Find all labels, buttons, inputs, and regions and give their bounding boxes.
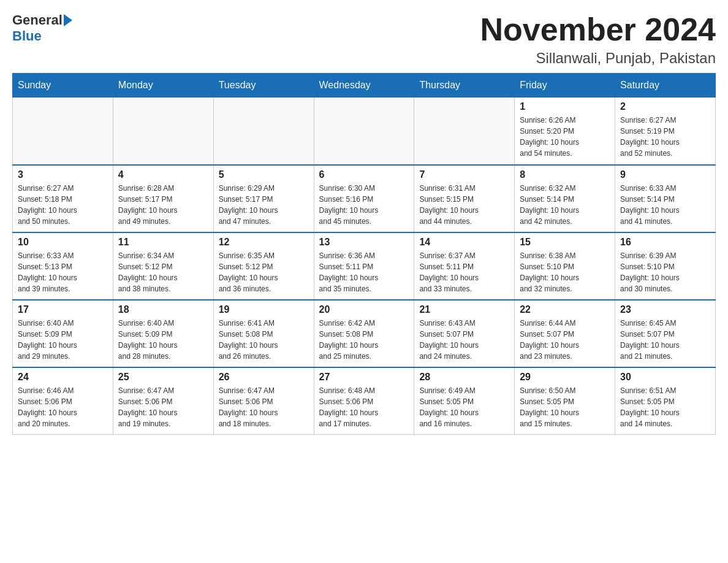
calendar-cell-2-5: 15Sunrise: 6:38 AM Sunset: 5:10 PM Dayli… [515,232,615,300]
calendar-cell-0-0 [13,98,113,165]
week-row-3: 10Sunrise: 6:33 AM Sunset: 5:13 PM Dayli… [13,232,716,300]
day-info: Sunrise: 6:27 AM Sunset: 5:18 PM Dayligh… [18,183,108,227]
day-number: 13 [319,237,409,248]
calendar-cell-3-1: 18Sunrise: 6:40 AM Sunset: 5:09 PM Dayli… [113,300,213,367]
day-info: Sunrise: 6:50 AM Sunset: 5:05 PM Dayligh… [520,385,610,429]
day-info: Sunrise: 6:38 AM Sunset: 5:10 PM Dayligh… [520,250,610,294]
calendar-cell-1-3: 6Sunrise: 6:30 AM Sunset: 5:16 PM Daylig… [314,165,414,232]
day-number: 23 [620,304,710,315]
week-row-1: 1Sunrise: 6:26 AM Sunset: 5:20 PM Daylig… [13,98,716,165]
calendar-cell-3-3: 20Sunrise: 6:42 AM Sunset: 5:08 PM Dayli… [314,300,414,367]
calendar-cell-4-6: 30Sunrise: 6:51 AM Sunset: 5:05 PM Dayli… [615,367,716,435]
day-number: 4 [118,169,208,180]
header-saturday: Saturday [615,74,716,98]
day-number: 30 [620,372,710,383]
calendar-table: SundayMondayTuesdayWednesdayThursdayFrid… [12,73,716,435]
day-number: 10 [18,237,108,248]
calendar-cell-1-1: 4Sunrise: 6:28 AM Sunset: 5:17 PM Daylig… [113,165,213,232]
day-info: Sunrise: 6:51 AM Sunset: 5:05 PM Dayligh… [620,385,710,429]
calendar-cell-2-6: 16Sunrise: 6:39 AM Sunset: 5:10 PM Dayli… [615,232,716,300]
logo-blue-text: Blue [12,28,42,44]
day-number: 18 [118,304,208,315]
day-number: 2 [620,101,710,112]
calendar-cell-2-2: 12Sunrise: 6:35 AM Sunset: 5:12 PM Dayli… [213,232,314,300]
calendar-cell-4-0: 24Sunrise: 6:46 AM Sunset: 5:06 PM Dayli… [13,367,113,435]
day-number: 14 [419,237,509,248]
day-info: Sunrise: 6:40 AM Sunset: 5:09 PM Dayligh… [18,318,108,362]
day-number: 9 [620,169,710,180]
day-info: Sunrise: 6:44 AM Sunset: 5:07 PM Dayligh… [520,318,610,362]
day-info: Sunrise: 6:27 AM Sunset: 5:19 PM Dayligh… [620,115,710,159]
calendar-cell-0-4 [414,98,515,165]
subtitle: Sillanwali, Punjab, Pakistan [480,50,716,67]
header-monday: Monday [113,74,213,98]
calendar-cell-0-1 [113,98,213,165]
day-info: Sunrise: 6:47 AM Sunset: 5:06 PM Dayligh… [118,385,208,429]
calendar-cell-0-6: 2Sunrise: 6:27 AM Sunset: 5:19 PM Daylig… [615,98,716,165]
day-number: 28 [419,372,509,383]
day-info: Sunrise: 6:28 AM Sunset: 5:17 PM Dayligh… [118,183,208,227]
day-number: 25 [118,372,208,383]
day-info: Sunrise: 6:34 AM Sunset: 5:12 PM Dayligh… [118,250,208,294]
day-info: Sunrise: 6:48 AM Sunset: 5:06 PM Dayligh… [319,385,409,429]
day-info: Sunrise: 6:33 AM Sunset: 5:14 PM Dayligh… [620,183,710,227]
day-info: Sunrise: 6:40 AM Sunset: 5:09 PM Dayligh… [118,318,208,362]
day-info: Sunrise: 6:31 AM Sunset: 5:15 PM Dayligh… [419,183,509,227]
day-info: Sunrise: 6:26 AM Sunset: 5:20 PM Dayligh… [520,115,610,159]
day-info: Sunrise: 6:32 AM Sunset: 5:14 PM Dayligh… [520,183,610,227]
title-section: November 2024 Sillanwali, Punjab, Pakist… [480,12,716,67]
day-number: 21 [419,304,509,315]
header-wednesday: Wednesday [314,74,414,98]
calendar-cell-1-5: 8Sunrise: 6:32 AM Sunset: 5:14 PM Daylig… [515,165,615,232]
day-info: Sunrise: 6:39 AM Sunset: 5:10 PM Dayligh… [620,250,710,294]
calendar-cell-2-1: 11Sunrise: 6:34 AM Sunset: 5:12 PM Dayli… [113,232,213,300]
calendar-cell-4-5: 29Sunrise: 6:50 AM Sunset: 5:05 PM Dayli… [515,367,615,435]
day-info: Sunrise: 6:41 AM Sunset: 5:08 PM Dayligh… [219,318,309,362]
calendar-cell-1-4: 7Sunrise: 6:31 AM Sunset: 5:15 PM Daylig… [414,165,515,232]
day-number: 3 [18,169,108,180]
day-number: 16 [620,237,710,248]
header-thursday: Thursday [414,74,515,98]
calendar-cell-4-3: 27Sunrise: 6:48 AM Sunset: 5:06 PM Dayli… [314,367,414,435]
day-number: 19 [219,304,309,315]
calendar-cell-0-2 [213,98,314,165]
day-number: 5 [219,169,309,180]
day-info: Sunrise: 6:35 AM Sunset: 5:12 PM Dayligh… [219,250,309,294]
main-title: November 2024 [480,12,716,47]
logo: General Blue [12,12,74,44]
day-info: Sunrise: 6:37 AM Sunset: 5:11 PM Dayligh… [419,250,509,294]
week-row-4: 17Sunrise: 6:40 AM Sunset: 5:09 PM Dayli… [13,300,716,367]
day-number: 15 [520,237,610,248]
day-info: Sunrise: 6:30 AM Sunset: 5:16 PM Dayligh… [319,183,409,227]
calendar-cell-2-3: 13Sunrise: 6:36 AM Sunset: 5:11 PM Dayli… [314,232,414,300]
day-number: 20 [319,304,409,315]
day-info: Sunrise: 6:42 AM Sunset: 5:08 PM Dayligh… [319,318,409,362]
logo-arrow-icon [64,14,72,26]
day-number: 6 [319,169,409,180]
calendar-cell-3-4: 21Sunrise: 6:43 AM Sunset: 5:07 PM Dayli… [414,300,515,367]
week-row-5: 24Sunrise: 6:46 AM Sunset: 5:06 PM Dayli… [13,367,716,435]
day-info: Sunrise: 6:33 AM Sunset: 5:13 PM Dayligh… [18,250,108,294]
day-number: 22 [520,304,610,315]
logo-general-text: General [12,12,63,28]
day-info: Sunrise: 6:29 AM Sunset: 5:17 PM Dayligh… [219,183,309,227]
calendar-cell-3-2: 19Sunrise: 6:41 AM Sunset: 5:08 PM Dayli… [213,300,314,367]
calendar-cell-3-5: 22Sunrise: 6:44 AM Sunset: 5:07 PM Dayli… [515,300,615,367]
day-number: 27 [319,372,409,383]
calendar-cell-2-0: 10Sunrise: 6:33 AM Sunset: 5:13 PM Dayli… [13,232,113,300]
calendar-cell-0-5: 1Sunrise: 6:26 AM Sunset: 5:20 PM Daylig… [515,98,615,165]
calendar-cell-3-6: 23Sunrise: 6:45 AM Sunset: 5:07 PM Dayli… [615,300,716,367]
day-number: 24 [18,372,108,383]
day-number: 26 [219,372,309,383]
calendar-cell-0-3 [314,98,414,165]
calendar-cell-1-6: 9Sunrise: 6:33 AM Sunset: 5:14 PM Daylig… [615,165,716,232]
calendar-cell-3-0: 17Sunrise: 6:40 AM Sunset: 5:09 PM Dayli… [13,300,113,367]
day-number: 17 [18,304,108,315]
day-number: 12 [219,237,309,248]
calendar-cell-4-2: 26Sunrise: 6:47 AM Sunset: 5:06 PM Dayli… [213,367,314,435]
calendar-cell-2-4: 14Sunrise: 6:37 AM Sunset: 5:11 PM Dayli… [414,232,515,300]
page-header: General Blue November 2024 Sillanwali, P… [12,12,716,67]
calendar-cell-4-1: 25Sunrise: 6:47 AM Sunset: 5:06 PM Dayli… [113,367,213,435]
day-number: 11 [118,237,208,248]
day-info: Sunrise: 6:43 AM Sunset: 5:07 PM Dayligh… [419,318,509,362]
